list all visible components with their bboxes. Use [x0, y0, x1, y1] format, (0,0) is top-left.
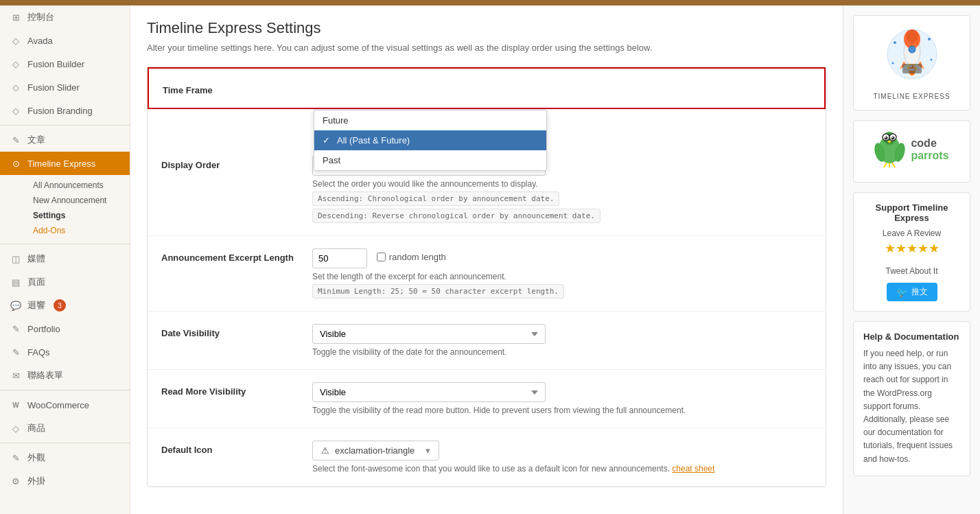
- comments-badge: 3: [54, 299, 66, 312]
- sidebar-item-faqs[interactable]: ✎ FAQs: [0, 340, 130, 364]
- support-widget: Support Timeline Express Leave A Review …: [853, 192, 970, 312]
- svg-point-27: [885, 137, 886, 138]
- excerpt-help: Set the length of the excerpt for each a…: [312, 272, 812, 281]
- page-description: Alter your timeline settings here. You c…: [147, 43, 826, 53]
- svg-point-11: [928, 38, 931, 40]
- help-widget: Help & Documentation If you need help, o…: [853, 321, 970, 476]
- code-parrots-widget: code parrots: [853, 120, 970, 183]
- parrot-svg: [874, 130, 905, 168]
- page-title: Timeline Express Settings: [147, 19, 826, 37]
- sidebar-right: TIMELINE EXPRESS: [843, 5, 980, 514]
- display-order-help-ascending: Ascending: Chronological order by announ…: [312, 191, 559, 206]
- display-order-label: Display Order: [161, 156, 312, 170]
- svg-point-26: [891, 137, 895, 140]
- svg-point-12: [891, 62, 894, 65]
- dashboard-icon: ⊞: [10, 11, 22, 23]
- svg-point-4: [909, 46, 915, 53]
- pages-icon: ▤: [10, 276, 22, 288]
- sidebar-item-fusion-slider[interactable]: ◇ Fusion Slider: [0, 75, 130, 99]
- sidebar-item-avada[interactable]: ◇ Avada: [0, 29, 130, 52]
- read-more-visibility-content: Visible Hidden Toggle the visibility of …: [312, 382, 812, 415]
- svg-point-25: [885, 137, 888, 140]
- time-frame-label: Time Frame: [163, 81, 314, 95]
- display-order-help-descending: Descending: Reverse chronological order …: [312, 209, 600, 223]
- timeline-express-widget: TIMELINE EXPRESS: [853, 15, 970, 110]
- woocommerce-icon: W: [10, 399, 22, 411]
- sidebar-item-articles[interactable]: ✎ 文章: [0, 128, 130, 152]
- default-icon-help: Select the font-awesome icon that you wo…: [312, 464, 812, 474]
- excerpt-length-row: Announcement Excerpt Length random lengt…: [148, 236, 826, 312]
- cheat-sheet-link[interactable]: cheat sheet: [672, 464, 714, 474]
- date-visibility-content: Visible Hidden Toggle the visibility of …: [312, 324, 812, 357]
- sidebar-sub-menu: All Announcements New Announcement Setti…: [0, 175, 130, 241]
- svg-point-13: [930, 59, 932, 61]
- svg-rect-15: [904, 65, 907, 67]
- contact-icon: ✉: [10, 369, 22, 382]
- sidebar-item-timeline-express[interactable]: ⊙ Timeline Express: [0, 152, 130, 175]
- products-icon: ◇: [10, 422, 22, 434]
- past-option-label: Past: [323, 155, 340, 165]
- all-option-label: All (Past & Future): [337, 135, 410, 145]
- time-frame-row: Time Frame Future ✓ All (Past & Future): [148, 67, 826, 109]
- sidebar-item-plugins[interactable]: ⚙ 外掛: [0, 469, 130, 493]
- sidebar-sub-new-announcement[interactable]: New Announcement: [26, 193, 130, 208]
- sidebar-item-contact[interactable]: ✉ 聯絡表單: [0, 364, 130, 387]
- time-frame-dropdown-popup: Future ✓ All (Past & Future) Past: [314, 110, 547, 171]
- svg-point-3: [906, 30, 918, 43]
- excerpt-length-label: Announcement Excerpt Length: [161, 248, 312, 263]
- excerpt-length-content: random length Set the length of the exce…: [312, 248, 812, 299]
- fusion-slider-icon: ◇: [10, 81, 22, 93]
- sidebar-item-appearance[interactable]: ✎ 外觀: [0, 446, 130, 469]
- sidebar-item-products[interactable]: ◇ 商品: [0, 417, 130, 440]
- svg-rect-18: [904, 69, 915, 71]
- default-icon-label: Default Icon: [161, 441, 312, 455]
- icon-name-label: exclamation-triangle: [335, 445, 415, 456]
- comments-icon: 💬: [10, 299, 22, 312]
- sidebar-item-woocommerce[interactable]: W WooCommerce: [0, 393, 130, 417]
- random-length-checkbox[interactable]: [377, 253, 386, 261]
- fusion-builder-icon: ◇: [10, 58, 22, 70]
- future-option-label: Future: [323, 115, 349, 126]
- rocket-area: [863, 25, 960, 87]
- dropdown-option-past[interactable]: Past: [314, 150, 546, 170]
- sidebar-sub-settings[interactable]: Settings: [26, 208, 130, 223]
- dropdown-option-future[interactable]: Future: [314, 110, 546, 130]
- sidebar-item-dashboard[interactable]: ⊞ 控制台: [0, 5, 130, 29]
- media-icon: ◫: [10, 253, 22, 265]
- help-body: If you need help, or run into any issues…: [863, 347, 960, 466]
- date-visibility-help: Toggle the visibility of the date for th…: [312, 347, 812, 357]
- help-title: Help & Documentation: [863, 331, 960, 342]
- svg-line-33: [892, 163, 895, 167]
- date-visibility-select[interactable]: Visible Hidden: [312, 324, 546, 344]
- divider-4: [0, 443, 130, 443]
- date-visibility-row: Date Visibility Visible Hidden Toggle th…: [148, 312, 826, 370]
- timeline-express-icon: ⊙: [10, 157, 22, 170]
- sidebar-item-pages[interactable]: ▤ 頁面: [0, 270, 130, 294]
- appearance-icon: ✎: [10, 452, 22, 464]
- dropdown-option-all[interactable]: ✓ All (Past & Future): [314, 130, 546, 150]
- twitter-bird-icon: 🐦: [896, 287, 908, 298]
- tweet-label: 推文: [911, 286, 928, 298]
- default-icon-content: ⚠ exclamation-triangle ▾ Select the font…: [312, 441, 812, 474]
- sidebar-sub-all-announcements[interactable]: All Announcements: [26, 178, 130, 193]
- sidebar-item-fusion-builder[interactable]: ◇ Fusion Builder: [0, 52, 130, 75]
- support-title: Support Timeline Express: [863, 202, 960, 223]
- display-order-help: Select the order you would like the anno…: [312, 179, 812, 189]
- default-icon-button[interactable]: ⚠ exclamation-triangle ▾: [312, 441, 439, 460]
- default-icon-row: Default Icon ⚠ exclamation-triangle ▾ Se…: [148, 428, 826, 487]
- excerpt-length-input[interactable]: [312, 248, 367, 268]
- read-more-visibility-label: Read More Visibility: [161, 382, 312, 397]
- svg-rect-16: [909, 65, 912, 67]
- star-rating: ★★★★★: [863, 241, 960, 256]
- sidebar-item-portfolio[interactable]: ✎ Portfolio: [0, 317, 130, 340]
- sidebar-item-fusion-branding[interactable]: ◇ Fusion Branding: [0, 99, 130, 122]
- sidebar-sub-addons[interactable]: Add-Ons: [26, 223, 130, 238]
- read-more-visibility-select[interactable]: Visible Hidden: [312, 382, 546, 402]
- settings-panel: Time Frame Future ✓ All (Past & Future): [147, 67, 826, 487]
- sidebar-item-media[interactable]: ◫ 媒體: [0, 247, 130, 270]
- excerpt-help-code: Minimum Length: 25; 50 = 50 character ex…: [312, 284, 564, 299]
- tweet-button[interactable]: 🐦 推文: [887, 283, 937, 301]
- faqs-icon: ✎: [10, 346, 22, 358]
- sidebar-item-comments[interactable]: 💬 迴響 3: [0, 294, 130, 317]
- random-length-label: random length: [377, 252, 446, 262]
